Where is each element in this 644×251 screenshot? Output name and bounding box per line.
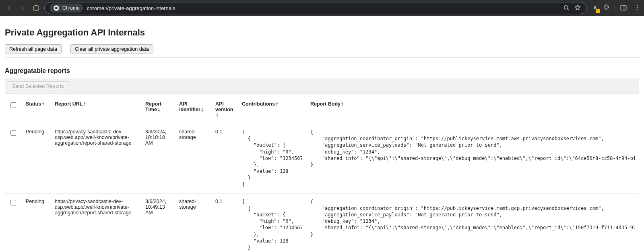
svg-point-6: [637, 9, 638, 10]
forward-button[interactable]: [17, 2, 28, 14]
col-url[interactable]: Report URL‡: [51, 96, 141, 124]
site-chip: Chrome: [50, 4, 83, 12]
toolbar-separator: [615, 4, 615, 12]
site-chip-label: Chrome: [62, 5, 80, 11]
divider: [5, 57, 639, 58]
cell-ver: 0.1: [211, 193, 238, 251]
toolbar-right: 1: [592, 4, 641, 12]
col-body[interactable]: Report Body‡: [306, 96, 639, 124]
col-time[interactable]: Report Time‡: [141, 96, 175, 124]
reload-button[interactable]: [31, 2, 42, 14]
browser-toolbar: Chrome chrome://private-aggregation-inte…: [0, 0, 644, 16]
cell-url: https://privacy-sandcastle-dev-dsp.web.a…: [51, 193, 141, 251]
refresh-button[interactable]: Refresh all page data: [5, 44, 62, 54]
cell-contrib: [ { "bucket": { "high": "0", "low": "123…: [238, 193, 306, 251]
cell-url: https://privacy-sandcastle-dev-dsp.web.a…: [51, 124, 141, 194]
send-selected-button[interactable]: Send Selected Reports: [8, 81, 68, 91]
cell-body: { "aggregation_coordinator_origin": "htt…: [306, 193, 639, 251]
svg-point-1: [55, 7, 58, 9]
section-title: Aggregatable reports: [5, 67, 639, 75]
col-checkbox: [5, 96, 22, 124]
cell-contrib: [ { "bucket": { "high": "0", "low": "123…: [238, 124, 306, 194]
cell-time: 3/6/2024, 10:10:18 AM: [141, 124, 175, 194]
chrome-icon: [53, 4, 60, 12]
cell-body: { "aggregation_coordinator_origin": "htt…: [306, 124, 639, 194]
cell-status: Pending: [22, 193, 51, 251]
table-row: Pendinghttps://privacy-sandcastle-dev-ds…: [5, 193, 639, 251]
col-api[interactable]: API identifier‡: [175, 96, 211, 124]
omnibox[interactable]: Chrome chrome://private-aggregation-inte…: [44, 2, 586, 14]
reports-table: Status‡ Report URL‡ Report Time‡ API ide…: [5, 96, 639, 251]
page-title: Private Aggregation API Internals: [5, 27, 639, 38]
cell-time: 3/6/2024, 10:49:13 AM: [141, 193, 175, 251]
row-checkbox[interactable]: [10, 130, 16, 136]
row-checkbox[interactable]: [10, 200, 16, 205]
extensions-menu-icon[interactable]: [603, 4, 610, 12]
cell-ver: 0.1: [211, 124, 238, 194]
cell-status: Pending: [22, 124, 51, 194]
svg-point-2: [564, 5, 568, 9]
bookmark-icon[interactable]: [574, 4, 581, 12]
clear-button[interactable]: Clear all private aggregation data: [70, 44, 153, 54]
svg-rect-3: [621, 5, 626, 10]
cell-api: shared-storage: [175, 124, 211, 194]
zoom-icon[interactable]: [563, 4, 570, 12]
cell-api: shared-storage: [175, 193, 211, 251]
table-row: Pendinghttps://privacy-sandcastle-dev-ds…: [5, 124, 639, 194]
table-header-row: Status‡ Report URL‡ Report Time‡ API ide…: [5, 96, 639, 124]
svg-point-4: [637, 5, 638, 6]
col-ver[interactable]: API version‡: [211, 96, 238, 124]
extensions-badge: 1: [596, 9, 600, 13]
col-contrib[interactable]: Contributions‡: [238, 96, 306, 124]
side-panel-icon[interactable]: [620, 4, 627, 12]
extensions-icon[interactable]: 1: [592, 4, 599, 12]
kebab-menu-icon[interactable]: [634, 4, 641, 12]
omnibox-url: chrome://private-aggregation-internals: [87, 5, 175, 11]
select-all-checkbox[interactable]: [10, 102, 16, 108]
col-status[interactable]: Status‡: [22, 96, 51, 124]
back-button[interactable]: [3, 2, 14, 14]
report-toolbar: Send Selected Reports: [5, 79, 639, 94]
svg-point-5: [637, 7, 638, 8]
